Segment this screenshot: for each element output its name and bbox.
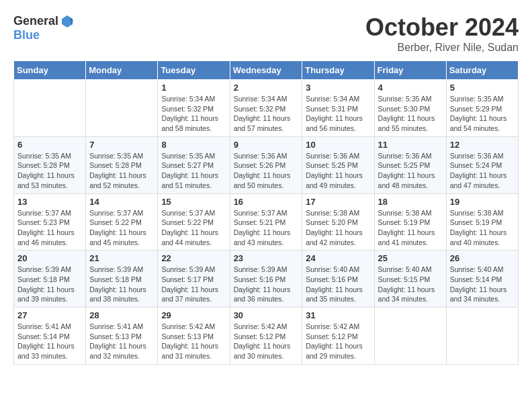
- calendar-cell: [86, 80, 158, 137]
- day-number: 6: [17, 140, 82, 150]
- dow-header-tuesday: Tuesday: [158, 61, 230, 80]
- day-info: Sunrise: 5:40 AM Sunset: 5:16 PM Dayligh…: [306, 265, 370, 304]
- day-number: 25: [378, 253, 443, 263]
- day-info: Sunrise: 5:37 AM Sunset: 5:23 PM Dayligh…: [17, 208, 82, 248]
- day-number: 12: [450, 140, 515, 150]
- calendar-cell: 20Sunrise: 5:39 AM Sunset: 5:18 PM Dayli…: [14, 250, 86, 308]
- calendar-cell: 2Sunrise: 5:34 AM Sunset: 5:32 PM Daylig…: [230, 80, 302, 137]
- day-number: 31: [306, 310, 370, 320]
- week-row-1: 1Sunrise: 5:34 AM Sunset: 5:32 PM Daylig…: [14, 80, 519, 137]
- day-info: Sunrise: 5:36 AM Sunset: 5:26 PM Dayligh…: [234, 151, 299, 191]
- calendar-cell: 27Sunrise: 5:41 AM Sunset: 5:14 PM Dayli…: [14, 308, 86, 365]
- day-info: Sunrise: 5:41 AM Sunset: 5:14 PM Dayligh…: [17, 322, 82, 361]
- day-info: Sunrise: 5:41 AM Sunset: 5:13 PM Dayligh…: [89, 322, 154, 361]
- day-info: Sunrise: 5:38 AM Sunset: 5:19 PM Dayligh…: [378, 208, 443, 248]
- day-number: 19: [450, 197, 515, 207]
- day-info: Sunrise: 5:36 AM Sunset: 5:25 PM Dayligh…: [306, 151, 370, 191]
- calendar-cell: 22Sunrise: 5:39 AM Sunset: 5:17 PM Dayli…: [158, 250, 230, 308]
- calendar-cell: 5Sunrise: 5:35 AM Sunset: 5:29 PM Daylig…: [446, 80, 518, 137]
- day-number: 13: [17, 197, 82, 207]
- day-number: 29: [161, 310, 226, 320]
- title-block: October 2024 Berber, River Nile, Sudan: [365, 13, 519, 54]
- day-number: 30: [234, 310, 299, 320]
- calendar-table: SundayMondayTuesdayWednesdayThursdayFrid…: [13, 60, 519, 365]
- day-info: Sunrise: 5:39 AM Sunset: 5:16 PM Dayligh…: [234, 265, 299, 304]
- calendar-cell: 13Sunrise: 5:37 AM Sunset: 5:23 PM Dayli…: [14, 193, 86, 250]
- day-info: Sunrise: 5:40 AM Sunset: 5:15 PM Dayligh…: [378, 265, 443, 304]
- day-number: 11: [378, 140, 443, 150]
- day-info: Sunrise: 5:39 AM Sunset: 5:18 PM Dayligh…: [17, 265, 82, 304]
- day-number: 18: [378, 197, 443, 207]
- page-header: General Blue October 2024 Berber, River …: [13, 13, 519, 54]
- calendar-cell: 30Sunrise: 5:42 AM Sunset: 5:12 PM Dayli…: [230, 308, 302, 365]
- week-row-4: 20Sunrise: 5:39 AM Sunset: 5:18 PM Dayli…: [14, 250, 519, 308]
- calendar-cell: 25Sunrise: 5:40 AM Sunset: 5:15 PM Dayli…: [374, 250, 446, 308]
- calendar-cell: 17Sunrise: 5:38 AM Sunset: 5:20 PM Dayli…: [302, 193, 374, 250]
- week-row-5: 27Sunrise: 5:41 AM Sunset: 5:14 PM Dayli…: [14, 308, 519, 365]
- day-info: Sunrise: 5:35 AM Sunset: 5:27 PM Dayligh…: [161, 151, 226, 191]
- day-number: 27: [17, 310, 82, 320]
- day-info: Sunrise: 5:36 AM Sunset: 5:25 PM Dayligh…: [378, 151, 443, 191]
- dow-header-thursday: Thursday: [302, 61, 374, 80]
- day-number: 14: [89, 197, 154, 207]
- calendar-cell: 26Sunrise: 5:40 AM Sunset: 5:14 PM Dayli…: [446, 250, 518, 308]
- calendar-cell: 6Sunrise: 5:35 AM Sunset: 5:28 PM Daylig…: [14, 136, 86, 193]
- location-subtitle: Berber, River Nile, Sudan: [365, 42, 519, 54]
- day-info: Sunrise: 5:36 AM Sunset: 5:24 PM Dayligh…: [450, 151, 515, 191]
- dow-header-saturday: Saturday: [446, 61, 518, 80]
- calendar-cell: 31Sunrise: 5:42 AM Sunset: 5:12 PM Dayli…: [302, 308, 374, 365]
- day-number: 9: [234, 140, 299, 150]
- day-number: 26: [450, 253, 515, 263]
- dow-header-friday: Friday: [374, 61, 446, 80]
- week-row-2: 6Sunrise: 5:35 AM Sunset: 5:28 PM Daylig…: [14, 136, 519, 193]
- day-info: Sunrise: 5:40 AM Sunset: 5:14 PM Dayligh…: [450, 265, 515, 304]
- calendar-cell: 1Sunrise: 5:34 AM Sunset: 5:32 PM Daylig…: [158, 80, 230, 137]
- week-row-3: 13Sunrise: 5:37 AM Sunset: 5:23 PM Dayli…: [14, 193, 519, 250]
- calendar-cell: 15Sunrise: 5:37 AM Sunset: 5:22 PM Dayli…: [158, 193, 230, 250]
- day-info: Sunrise: 5:37 AM Sunset: 5:22 PM Dayligh…: [161, 208, 226, 248]
- day-info: Sunrise: 5:38 AM Sunset: 5:20 PM Dayligh…: [306, 208, 370, 248]
- day-number: 8: [161, 140, 226, 150]
- calendar-cell: 10Sunrise: 5:36 AM Sunset: 5:25 PM Dayli…: [302, 136, 374, 193]
- day-number: 20: [17, 253, 82, 263]
- dow-header-sunday: Sunday: [14, 61, 86, 80]
- day-number: 5: [450, 83, 515, 93]
- day-number: 2: [234, 83, 299, 93]
- calendar-cell: 21Sunrise: 5:39 AM Sunset: 5:18 PM Dayli…: [86, 250, 158, 308]
- calendar-cell: 8Sunrise: 5:35 AM Sunset: 5:27 PM Daylig…: [158, 136, 230, 193]
- calendar-cell: 4Sunrise: 5:35 AM Sunset: 5:30 PM Daylig…: [374, 80, 446, 137]
- day-number: 23: [234, 253, 299, 263]
- calendar-cell: 3Sunrise: 5:34 AM Sunset: 5:31 PM Daylig…: [302, 80, 374, 137]
- month-title: October 2024: [365, 13, 519, 42]
- day-info: Sunrise: 5:38 AM Sunset: 5:19 PM Dayligh…: [450, 208, 515, 248]
- day-info: Sunrise: 5:34 AM Sunset: 5:32 PM Dayligh…: [161, 94, 226, 134]
- calendar-cell: 12Sunrise: 5:36 AM Sunset: 5:24 PM Dayli…: [446, 136, 518, 193]
- day-info: Sunrise: 5:34 AM Sunset: 5:31 PM Dayligh…: [306, 94, 370, 134]
- day-number: 22: [161, 253, 226, 263]
- calendar-cell: 18Sunrise: 5:38 AM Sunset: 5:19 PM Dayli…: [374, 193, 446, 250]
- day-number: 1: [161, 83, 226, 93]
- calendar-cell: 24Sunrise: 5:40 AM Sunset: 5:16 PM Dayli…: [302, 250, 374, 308]
- day-info: Sunrise: 5:37 AM Sunset: 5:21 PM Dayligh…: [234, 208, 299, 248]
- dow-header-wednesday: Wednesday: [230, 61, 302, 80]
- day-number: 21: [89, 253, 154, 263]
- day-info: Sunrise: 5:34 AM Sunset: 5:32 PM Dayligh…: [234, 94, 299, 134]
- day-number: 24: [306, 253, 370, 263]
- calendar-cell: 7Sunrise: 5:35 AM Sunset: 5:28 PM Daylig…: [86, 136, 158, 193]
- calendar-cell: 28Sunrise: 5:41 AM Sunset: 5:13 PM Dayli…: [86, 308, 158, 365]
- calendar-cell: 29Sunrise: 5:42 AM Sunset: 5:13 PM Dayli…: [158, 308, 230, 365]
- calendar-cell: 11Sunrise: 5:36 AM Sunset: 5:25 PM Dayli…: [374, 136, 446, 193]
- day-info: Sunrise: 5:42 AM Sunset: 5:13 PM Dayligh…: [161, 322, 226, 361]
- logo-icon: [60, 13, 75, 28]
- calendar-cell: 16Sunrise: 5:37 AM Sunset: 5:21 PM Dayli…: [230, 193, 302, 250]
- day-info: Sunrise: 5:35 AM Sunset: 5:29 PM Dayligh…: [450, 94, 515, 134]
- calendar-cell: 14Sunrise: 5:37 AM Sunset: 5:22 PM Dayli…: [86, 193, 158, 250]
- day-number: 3: [306, 83, 370, 93]
- day-info: Sunrise: 5:42 AM Sunset: 5:12 PM Dayligh…: [306, 322, 370, 361]
- calendar-cell: 19Sunrise: 5:38 AM Sunset: 5:19 PM Dayli…: [446, 193, 518, 250]
- day-info: Sunrise: 5:37 AM Sunset: 5:22 PM Dayligh…: [89, 208, 154, 248]
- day-of-week-header-row: SundayMondayTuesdayWednesdayThursdayFrid…: [14, 61, 519, 80]
- day-number: 10: [306, 140, 370, 150]
- calendar-body: 1Sunrise: 5:34 AM Sunset: 5:32 PM Daylig…: [14, 80, 519, 365]
- calendar-cell: 9Sunrise: 5:36 AM Sunset: 5:26 PM Daylig…: [230, 136, 302, 193]
